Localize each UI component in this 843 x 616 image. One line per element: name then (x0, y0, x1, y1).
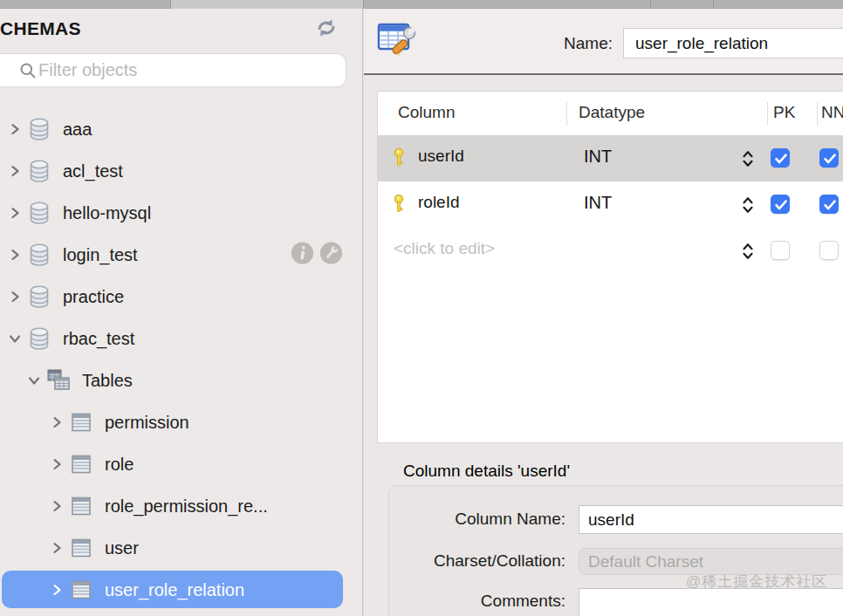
chevron-right-icon[interactable] (49, 414, 65, 430)
column-name-cell[interactable]: userId (418, 147, 464, 166)
table-editor-icon (376, 19, 418, 61)
sidebar-item-aaa[interactable]: aaa (0, 108, 363, 150)
name-label: Name: (471, 34, 613, 53)
toolbar-divider (713, 0, 714, 9)
table-icon (68, 409, 94, 435)
sidebar-item-practice[interactable]: practice (0, 276, 363, 318)
table-icon (68, 535, 94, 561)
database-icon (26, 325, 52, 352)
sidebar-item-rbac-test[interactable]: rbac_test (0, 318, 363, 359)
chevron-right-icon[interactable] (7, 205, 23, 221)
columns-grid-header: ColumnDatatypePKNN (378, 92, 843, 135)
datatype-stepper[interactable] (742, 148, 754, 169)
datatype-stepper[interactable] (742, 195, 754, 216)
sidebar-item-role-permission-re-[interactable]: role_permission_re... (0, 485, 363, 527)
database-icon (26, 116, 52, 142)
sidebar-item-login-test[interactable]: login_test (0, 234, 363, 276)
sidebar-item-label: Tables (82, 371, 133, 391)
database-icon (26, 242, 52, 268)
column-row-userId[interactable]: userIdINT (378, 135, 843, 181)
table-name-input[interactable] (623, 28, 843, 58)
datatype-cell[interactable]: INT (584, 193, 612, 213)
sidebar-item-label: practice (63, 287, 124, 307)
pk-checkbox[interactable] (771, 148, 790, 168)
pk-checkbox[interactable] (771, 195, 790, 214)
primary-key-icon (392, 194, 406, 215)
grid-header-nn: NN (821, 103, 843, 122)
grid-header-divider (817, 102, 818, 126)
field-label-0: Column Name: (367, 510, 565, 529)
grid-header-divider (566, 102, 567, 126)
field-label-1: Charset/Collation: (367, 551, 565, 571)
sidebar-item-acl-test[interactable]: acl_test (0, 150, 363, 192)
database-icon (26, 158, 52, 184)
filter-objects-input[interactable] (38, 55, 326, 85)
schemas-title: CHEMAS (0, 18, 81, 39)
chevron-right-icon[interactable] (7, 163, 23, 179)
chevron-down-icon[interactable] (7, 331, 23, 346)
refresh-schemas-icon[interactable] (314, 17, 340, 40)
search-icon (19, 62, 37, 79)
datatype-cell[interactable]: INT (584, 147, 612, 167)
grid-header-divider (767, 102, 768, 126)
primary-key-icon (392, 147, 406, 168)
column-name-cell[interactable]: roleId (418, 193, 460, 212)
chevron-right-icon[interactable] (49, 582, 65, 598)
toolbar-divider (650, 0, 651, 9)
field-input-0[interactable] (579, 505, 843, 534)
sidebar-item-label: login_test (63, 245, 138, 265)
sidebar-item-label: acl_test (63, 161, 123, 181)
sidebar-item-user-role-relation[interactable]: user_role_relation (0, 569, 363, 611)
sidebar-item-label: user (105, 538, 139, 558)
toolbar-divider (363, 0, 364, 9)
nn-checkbox[interactable] (819, 148, 839, 168)
table-icon (68, 577, 94, 603)
datatype-stepper[interactable] (742, 241, 754, 262)
sidebar-item-label: aaa (63, 120, 92, 140)
chevron-down-icon[interactable] (26, 373, 42, 388)
field-input-2[interactable] (579, 588, 843, 616)
chevron-right-icon[interactable] (7, 289, 23, 305)
info-icon[interactable] (291, 242, 314, 269)
chevron-right-icon[interactable] (49, 540, 65, 556)
sidebar-item-label: permission (105, 413, 189, 433)
sidebar-item-tables[interactable]: Tables (0, 359, 363, 401)
grid-header-pk: PK (773, 103, 795, 122)
sidebar-item-permission[interactable]: permission (0, 401, 363, 443)
column-row-new[interactable]: <click to edit> (378, 228, 843, 274)
columns-grid: ColumnDatatypePKNN userIdINTroleIdINT<cl… (377, 91, 843, 443)
sidebar-item-user[interactable]: user (0, 527, 363, 569)
sidebar-item-label: role_permission_re... (105, 496, 268, 517)
grid-header-column: Column (398, 103, 455, 122)
field-label-2: Comments: (367, 592, 565, 611)
table-icon (68, 493, 94, 519)
grid-header-datatype: Datatype (579, 103, 645, 122)
chevron-right-icon[interactable] (49, 456, 65, 472)
sidebar-item-label: user_role_relation (105, 580, 244, 600)
sidebar-item-label: hello-mysql (63, 203, 151, 223)
toolbar-strip (0, 0, 843, 9)
table-icon (68, 451, 94, 477)
sidebar-item-hello-mysql[interactable]: hello-mysql (0, 192, 363, 234)
watermark: @稀土掘金技术社区 (686, 572, 827, 592)
sidebar-item-role[interactable]: role (0, 443, 363, 485)
sidebar-item-label: rbac_test (63, 329, 134, 349)
nn-checkbox[interactable] (819, 241, 839, 260)
column-details-heading: Column details 'userId' (403, 462, 570, 481)
column-row-roleId[interactable]: roleIdINT (378, 181, 843, 228)
new-column-placeholder[interactable]: <click to edit> (394, 239, 495, 258)
database-icon (26, 284, 52, 310)
pk-checkbox[interactable] (771, 241, 790, 260)
sidebar-item-label: role (105, 455, 134, 475)
tables-icon (45, 367, 72, 394)
chevron-right-icon[interactable] (7, 247, 23, 263)
schema-tree: aaaacl_testhello-mysqllogin_testpractice… (0, 108, 363, 611)
chevron-right-icon[interactable] (49, 498, 65, 514)
toolbar-divider (170, 0, 171, 9)
wrench-icon[interactable] (319, 242, 343, 269)
database-icon (26, 200, 52, 226)
nn-checkbox[interactable] (819, 195, 839, 214)
item-badges (291, 242, 343, 269)
schemas-sidebar: CHEMAS aaaacl_testhello-mysqllogin_testp… (0, 9, 363, 616)
chevron-right-icon[interactable] (7, 121, 23, 137)
